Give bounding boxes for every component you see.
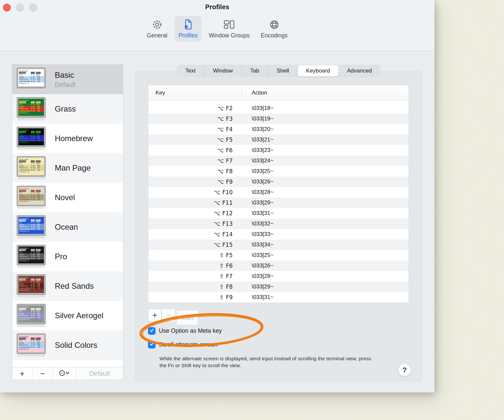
shortcut-row[interactable]: ⌥F12 \033[31~ [148, 208, 409, 219]
toolbar-item-general[interactable]: General [143, 16, 171, 42]
toolbar: General Profiles [0, 16, 434, 42]
sidebar-item-pro[interactable]: Terminal#COMMAND %CPU RPRVTtop 4.1% 231K… [12, 242, 123, 271]
scroll-alternate-screen-row: Scroll alternate screen [148, 341, 218, 348]
profile-name: Pro [55, 252, 67, 261]
shortcut-row[interactable]: ⌥F2 \033[18~ [148, 103, 409, 114]
toolbar-item-encodings[interactable]: Encodings [257, 16, 292, 42]
modifier-glyph: ⇧ [219, 273, 224, 280]
window-title: Profiles [0, 3, 434, 11]
key-name: F2 [226, 105, 233, 112]
edit-key-button[interactable]: Edit [177, 310, 198, 325]
sidebar-item-solid-colors[interactable]: Terminal#COMMAND %CPU RPRVTtop 4.1% 231K… [12, 330, 123, 360]
modifier-glyph: ⌥ [218, 136, 224, 143]
key-name: F10 [222, 189, 233, 196]
thumbnail-reflection [17, 178, 45, 180]
sidebar-item-basic[interactable]: Terminal#COMMAND %CPU RPRVTtop 4.1% 231K… [12, 65, 123, 94]
shortcut-row[interactable]: ⇧F9 \033[31~ [148, 292, 409, 303]
thumbnail-reflection [17, 148, 45, 151]
tab-text[interactable]: Text [177, 65, 204, 76]
tab-keyboard[interactable]: Keyboard [298, 65, 339, 76]
sidebar-item-silver-aerogel[interactable]: Terminal#COMMAND %CPU RPRVTtop 4.1% 231K… [12, 301, 123, 330]
key-name: F14 [222, 231, 233, 238]
tab-tab[interactable]: Tab [242, 65, 268, 76]
tab-window[interactable]: Window [204, 65, 241, 76]
key-name: F4 [226, 126, 233, 133]
toolbar-item-window-groups[interactable]: Window Groups [205, 16, 254, 42]
use-option-as-meta-key-row: Use Option as Meta key [148, 327, 222, 335]
sidebar-item-homebrew[interactable]: Terminal#COMMAND %CPU RPRVTtop 4.1% 231K… [12, 124, 123, 153]
default-button[interactable]: Default [76, 368, 123, 380]
remove-profile-button[interactable]: − [32, 368, 53, 380]
modifier-glyph: ⌥ [214, 220, 220, 227]
profile-thumbnail: Terminal#COMMAND %CPU RPRVTtop 4.1% 231K… [17, 97, 48, 121]
action-sequence: \033[34~ [233, 242, 274, 248]
sidebar-item-red-sands[interactable]: Terminal#COMMAND %CPU RPRVTtop 4.1% 231K… [12, 271, 123, 301]
modifier-glyph: ⌥ [214, 189, 220, 196]
profile-thumbnail: Terminal#COMMAND %CPU RPRVTtop 4.1% 231K… [17, 333, 48, 357]
toolbar-item-profiles[interactable]: Profiles [175, 16, 201, 42]
scroll-alternate-screen-description: While the alternate screen is displayed,… [159, 355, 379, 369]
tab-advanced[interactable]: Advanced [339, 65, 381, 76]
profile-name: Man Page [55, 163, 91, 173]
window-groups-icon [222, 18, 236, 31]
thumbnail-reflection [17, 355, 45, 357]
shortcut-row[interactable]: ⌥F10 \033[28~ [148, 187, 409, 198]
sidebar-footer: + − Default [12, 367, 123, 380]
add-profile-button[interactable]: + [12, 368, 32, 380]
sidebar-item-man-page[interactable]: Terminal#COMMAND %CPU RPRVTtop 4.1% 231K… [12, 153, 123, 183]
modifier-glyph: ⌥ [218, 116, 224, 122]
modifier-glyph: ⌥ [214, 231, 220, 238]
shortcut-row[interactable]: ⌥F9 \033[26~ [148, 177, 409, 187]
gear-icon [151, 18, 164, 31]
shortcut-row[interactable]: ⌥F13 \033[32~ [148, 219, 409, 229]
key-name: F11 [222, 200, 233, 206]
profile-thumbnail: Terminal#COMMAND %CPU RPRVTtop 4.1% 231K… [17, 186, 48, 210]
use-option-as-meta-key-checkbox[interactable] [148, 327, 156, 335]
profile-name: Silver Aerogel [55, 311, 103, 320]
action-sequence: \033[31~ [233, 210, 274, 217]
remove-key-button[interactable]: − [162, 309, 175, 322]
shortcut-row[interactable]: ⇧F5 \033[25~ [148, 250, 409, 261]
shortcut-row[interactable]: ⌥F14 \033[33~ [148, 229, 409, 240]
sidebar-item-grass[interactable]: Terminal#COMMAND %CPU RPRVTtop 4.1% 231K… [12, 94, 123, 124]
thumbnail-reflection [17, 325, 45, 328]
shortcut-row[interactable]: ⌥F8 \033[25~ [148, 166, 409, 177]
profile-name: Homebrew [55, 134, 93, 143]
add-key-button[interactable]: + [148, 309, 161, 322]
shortcut-row[interactable]: ⇧F7 \033[28~ [148, 271, 409, 282]
shortcut-row[interactable]: ⇧F6 \033[26~ [148, 261, 409, 271]
shortcut-row[interactable]: ⌥F3 \033[19~ [148, 114, 409, 124]
shortcut-row[interactable]: ⌥F6 \033[23~ [148, 145, 409, 156]
sidebar-item-novel[interactable]: Terminal#COMMAND %CPU RPRVTtop 4.1% 231K… [12, 183, 123, 212]
action-sequence: \033[26~ [233, 262, 274, 269]
modifier-glyph: ⌥ [218, 178, 224, 185]
scroll-alternate-screen-checkbox[interactable] [148, 341, 156, 348]
action-sequence: \033[19~ [233, 116, 274, 122]
action-sequence: \033[29~ [233, 200, 274, 206]
shortcut-row[interactable]: ⌥F7 \033[24~ [148, 156, 409, 166]
thumbnail-reflection [17, 266, 45, 269]
more-options-button[interactable] [53, 368, 76, 380]
shortcut-row[interactable]: ⌥F15 \033[34~ [148, 240, 409, 250]
action-sequence: \033[21~ [233, 136, 274, 143]
shortcut-row[interactable]: ⌥F11 \033[29~ [148, 198, 409, 208]
profiles-sidebar: Terminal#COMMAND %CPU RPRVTtop 4.1% 231K… [12, 64, 123, 380]
key-name: F6 [226, 262, 233, 269]
action-sequence: \033[26~ [233, 178, 274, 185]
thumbnail-reflection [17, 89, 45, 92]
shortcut-row[interactable]: ⌥F5 \033[21~ [148, 135, 409, 145]
modifier-glyph: ⌥ [218, 126, 224, 133]
globe-icon [268, 18, 281, 31]
action-sequence: \033[23~ [233, 147, 274, 154]
profile-name: Basic [55, 71, 75, 80]
column-header-action: Action [242, 90, 267, 96]
sidebar-item-ocean[interactable]: Terminal#COMMAND %CPU RPRVTtop 4.1% 231K… [12, 212, 123, 242]
checkmark-icon [149, 342, 154, 348]
help-button[interactable]: ? [398, 364, 411, 376]
modifier-glyph: ⇧ [219, 262, 224, 269]
tab-shell[interactable]: Shell [268, 65, 298, 76]
shortcut-row[interactable]: ⌥F4 \033[20~ [148, 124, 409, 135]
shortcut-row[interactable]: ⇧F8 \033[29~ [148, 282, 409, 292]
toolbar-label: Window Groups [209, 32, 250, 39]
action-sequence: \033[31~ [233, 294, 274, 301]
